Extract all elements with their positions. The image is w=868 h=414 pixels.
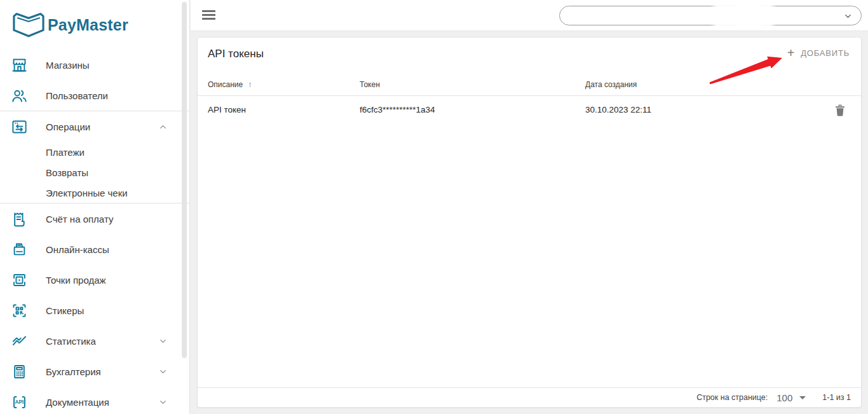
pagination-range: 1-1 из 1	[822, 393, 851, 402]
redaction-blur	[714, 3, 773, 28]
pos-terminal-icon	[11, 272, 28, 289]
chevron-down-icon	[158, 367, 168, 376]
column-header-created[interactable]: Дата создания	[585, 74, 637, 95]
column-header-token[interactable]: Токен	[360, 74, 380, 95]
chevron-down-icon	[843, 11, 853, 21]
sidebar-item-label: Пользователи	[46, 90, 108, 101]
api-docs-icon: API	[11, 394, 28, 411]
sidebar-item-invoice[interactable]: Счёт на оплату	[0, 204, 189, 234]
sidebar-item-accounting[interactable]: Бухгалтерия	[0, 356, 189, 387]
table-row: API токен f6cfc3**********1a34 30.10.202…	[198, 97, 861, 125]
rows-per-page-select[interactable]: 100	[776, 392, 792, 403]
sidebar-subitem-label: Электронные чеки	[46, 188, 128, 198]
token-description: API токен	[208, 97, 246, 123]
sidebar-item-documentation[interactable]: API Документация	[0, 387, 189, 414]
sidebar-item-label: Операции	[46, 121, 90, 132]
svg-text:API: API	[15, 399, 24, 405]
sidebar-item-label: Магазины	[46, 60, 90, 71]
column-header-description[interactable]: Описание↑	[208, 74, 252, 95]
accounting-icon	[11, 363, 28, 380]
page-title: API токены	[208, 48, 264, 60]
sidebar-subitem-e-receipts[interactable]: Электронные чеки	[0, 183, 189, 203]
sidebar-item-label: Счёт на оплату	[46, 214, 113, 224]
token-created-date: 30.10.2023 22:11	[585, 97, 651, 123]
topbar	[191, 0, 868, 31]
sidebar-subitem-label: Возвраты	[46, 167, 88, 178]
add-token-label: ДОБАВИТЬ	[801, 48, 850, 58]
sidebar-item-operations[interactable]: Операции	[0, 111, 189, 142]
sidebar-item-label: Точки продаж	[46, 275, 106, 286]
sidebar-item-statistics[interactable]: Статистика	[0, 326, 189, 356]
store-icon	[11, 57, 28, 74]
sidebar: PayMaster Магазины Польз	[0, 0, 190, 414]
sidebar-item-label: Стикеры	[46, 305, 84, 316]
sidebar-item-label: Бухгалтерия	[46, 366, 101, 377]
sidebar-item-label: Документация	[46, 397, 109, 408]
sidebar-item-users[interactable]: Пользователи	[0, 80, 189, 111]
delete-token-button[interactable]	[833, 103, 847, 118]
chevron-down-icon	[158, 336, 168, 346]
chevron-down-icon	[158, 397, 168, 407]
sidebar-subitem-payments[interactable]: Платежи	[0, 142, 189, 162]
api-tokens-panel: API токены + ДОБАВИТЬ Описание↑ Токен Да…	[197, 37, 862, 408]
caret-down-icon[interactable]	[799, 396, 806, 399]
token-value: f6cfc3**********1a34	[360, 97, 435, 123]
sidebar-nav: Магазины Пользователи	[0, 50, 189, 414]
statistics-icon	[11, 333, 28, 350]
paymaster-logo-icon	[11, 11, 46, 39]
rows-per-page-label: Строк на странице:	[696, 393, 768, 402]
sidebar-scrollbar[interactable]	[182, 2, 187, 358]
users-icon	[11, 87, 28, 104]
chevron-up-icon	[158, 122, 168, 132]
brand-logo[interactable]: PayMaster	[0, 0, 189, 50]
sidebar-item-label: Статистика	[46, 336, 96, 347]
qr-sticker-icon	[11, 302, 28, 319]
sidebar-item-online-cashdesks[interactable]: Онлайн-кассы	[0, 234, 189, 265]
cash-register-icon	[11, 241, 28, 258]
sidebar-subitem-label: Платежи	[46, 147, 85, 158]
invoice-icon	[11, 210, 28, 228]
brand-name: PayMaster	[48, 16, 128, 34]
add-token-button[interactable]: + ДОБАВИТЬ	[787, 48, 850, 58]
table-pagination: Строк на странице: 100 1-1 из 1	[198, 387, 861, 407]
plus-icon: +	[787, 48, 795, 58]
sidebar-subitem-refunds[interactable]: Возвраты	[0, 162, 189, 183]
sidebar-item-pos[interactable]: Точки продаж	[0, 265, 189, 295]
operations-icon	[11, 118, 28, 135]
table-header-row: Описание↑ Токен Дата создания	[198, 74, 861, 96]
sidebar-item-label: Онлайн-кассы	[46, 244, 109, 255]
sort-asc-icon: ↑	[248, 79, 252, 89]
sidebar-item-shops[interactable]: Магазины	[0, 50, 189, 80]
sidebar-item-stickers[interactable]: Стикеры	[0, 295, 189, 326]
main-content: API токены + ДОБАВИТЬ Описание↑ Токен Да…	[191, 32, 868, 414]
menu-toggle-button[interactable]	[202, 10, 215, 21]
trash-icon	[833, 103, 847, 118]
